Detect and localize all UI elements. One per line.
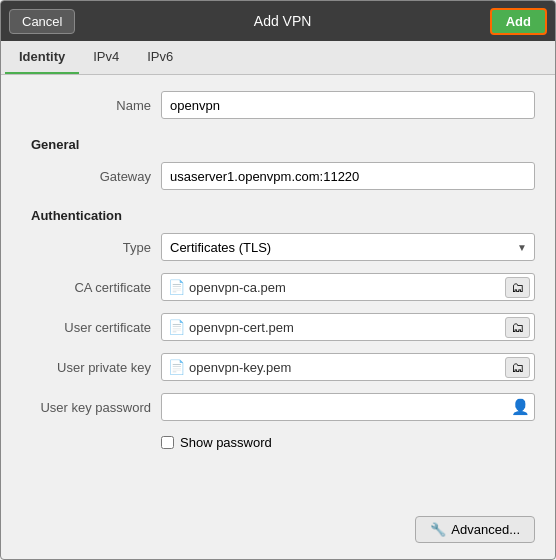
auth-section-title: Authentication (21, 208, 535, 223)
user-key-row: User private key 📄 openvpn-key.pem 🗂 (21, 353, 535, 381)
advanced-row: 🔧 Advanced... (21, 508, 535, 543)
show-password-row: Show password (21, 435, 535, 450)
ca-cert-file-icon: 📄 (168, 279, 185, 295)
user-cert-filename: openvpn-cert.pem (189, 320, 294, 335)
tabs-bar: Identity IPv4 IPv6 (1, 41, 555, 75)
ca-cert-file-text: 📄 openvpn-ca.pem (168, 279, 501, 295)
user-key-file-wrapper: 📄 openvpn-key.pem 🗂 (161, 353, 535, 381)
user-key-browse-button[interactable]: 🗂 (505, 357, 530, 378)
advanced-label: Advanced... (451, 522, 520, 537)
user-cert-file-icon: 📄 (168, 319, 185, 335)
tab-ipv4[interactable]: IPv4 (79, 41, 133, 74)
user-key-password-wrapper: 👤 (161, 393, 535, 421)
ca-cert-filename: openvpn-ca.pem (189, 280, 286, 295)
general-section-title: General (21, 137, 535, 152)
name-row: Name (21, 91, 535, 119)
name-input[interactable] (161, 91, 535, 119)
user-cert-file-text: 📄 openvpn-cert.pem (168, 319, 501, 335)
identity-content: Name General Gateway Authentication Type… (1, 75, 555, 559)
user-cert-row: User certificate 📄 openvpn-cert.pem 🗂 (21, 313, 535, 341)
user-key-filename: openvpn-key.pem (189, 360, 291, 375)
user-cert-label: User certificate (21, 320, 151, 335)
ca-cert-browse-button[interactable]: 🗂 (505, 277, 530, 298)
advanced-button[interactable]: 🔧 Advanced... (415, 516, 535, 543)
add-button[interactable]: Add (490, 8, 547, 35)
type-row: Type Certificates (TLS) Password Passwor… (21, 233, 535, 261)
user-key-password-row: User key password 👤 (21, 393, 535, 421)
user-key-password-input[interactable] (168, 400, 511, 415)
user-cert-browse-button[interactable]: 🗂 (505, 317, 530, 338)
tab-ipv6[interactable]: IPv6 (133, 41, 187, 74)
gateway-row: Gateway (21, 162, 535, 190)
type-label: Type (21, 240, 151, 255)
tab-identity[interactable]: Identity (5, 41, 79, 74)
user-key-file-text: 📄 openvpn-key.pem (168, 359, 501, 375)
wrench-icon: 🔧 (430, 522, 446, 537)
ca-cert-label: CA certificate (21, 280, 151, 295)
ca-cert-file-wrapper: 📄 openvpn-ca.pem 🗂 (161, 273, 535, 301)
titlebar: Cancel Add VPN Add (1, 1, 555, 41)
user-cert-file-wrapper: 📄 openvpn-cert.pem 🗂 (161, 313, 535, 341)
gateway-label: Gateway (21, 169, 151, 184)
type-select-wrapper: Certificates (TLS) Password Password wit… (161, 233, 535, 261)
show-password-checkbox[interactable] (161, 436, 174, 449)
type-select[interactable]: Certificates (TLS) Password Password wit… (161, 233, 535, 261)
user-key-password-label: User key password (21, 400, 151, 415)
cancel-button[interactable]: Cancel (9, 9, 75, 34)
user-key-label: User private key (21, 360, 151, 375)
ca-cert-row: CA certificate 📄 openvpn-ca.pem 🗂 (21, 273, 535, 301)
person-icon[interactable]: 👤 (511, 398, 530, 416)
name-label: Name (21, 98, 151, 113)
dialog-title: Add VPN (75, 13, 489, 29)
vpn-dialog: Cancel Add VPN Add Identity IPv4 IPv6 Na… (0, 0, 556, 560)
gateway-input[interactable] (161, 162, 535, 190)
user-key-file-icon: 📄 (168, 359, 185, 375)
show-password-label: Show password (180, 435, 272, 450)
